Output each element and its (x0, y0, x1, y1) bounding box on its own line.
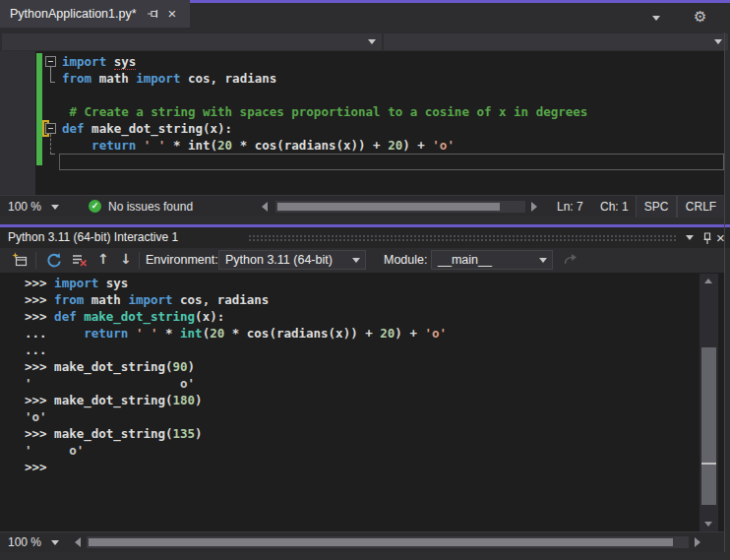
module-label: Module: (384, 253, 427, 267)
accent-line-top-right (576, 0, 730, 3)
environment-value: Python 3.11 (64-bit) (225, 253, 333, 267)
repl-line[interactable]: >>> make_dot_string(90) (0, 358, 699, 375)
code-line[interactable]: def make_dot_string(x): (0, 120, 724, 137)
chevron-down-icon[interactable] (51, 205, 59, 210)
send-to-interactive-icon-disabled[interactable] (563, 252, 580, 270)
spaces-indicator[interactable]: SPC (636, 196, 677, 218)
repl-line[interactable]: >>> make_dot_string(180) (0, 392, 699, 408)
scrollbar-thumb[interactable] (89, 538, 673, 546)
scroll-left-arrow[interactable] (75, 537, 81, 547)
interactive-status-bar: 100 % (0, 531, 724, 552)
repl-lines: >>> import sys >>> from math import cos,… (0, 275, 699, 475)
repl-output-line[interactable]: ' o' (0, 375, 699, 392)
chevron-down-icon (539, 258, 547, 263)
new-interactive-window-icon[interactable] (12, 252, 30, 270)
code-line[interactable]: # Create a string with spaces proportion… (0, 103, 724, 120)
interactive-repl[interactable]: >>> import sys >>> from math import cos,… (0, 273, 724, 531)
chevron-down-icon[interactable] (51, 540, 59, 545)
code-line[interactable]: return ' ' * int(20 * cos(radians(x)) + … (0, 137, 724, 154)
toolbar-separator (35, 252, 36, 269)
code-editor[interactable]: import sys from math import cos, radians… (0, 51, 724, 195)
module-value: __main__ (438, 253, 492, 267)
repl-prompt-line[interactable]: >>> (0, 459, 699, 475)
chevron-down-icon (352, 258, 360, 263)
horizontal-scrollbar[interactable] (275, 201, 525, 213)
repl-line[interactable]: >>> def make_dot_string(x): (0, 308, 699, 325)
zoom-level-dropdown[interactable]: 100 % (8, 200, 41, 214)
clear-screen-icon[interactable] (71, 252, 89, 270)
column-indicator[interactable]: Ch: 1 (600, 200, 629, 214)
code-line[interactable]: from math import cos, radians (0, 70, 724, 87)
scroll-up-arrow[interactable] (704, 279, 712, 283)
scroll-right-arrow[interactable] (531, 202, 537, 212)
scroll-down-arrow[interactable] (704, 522, 712, 527)
chevron-down-icon (714, 39, 722, 44)
interactive-window-title-bar[interactable]: Python 3.11 (64-bit) Interactive 1 × (0, 227, 730, 248)
scroll-right-arrow[interactable] (695, 537, 700, 547)
document-list-chevron-icon[interactable] (652, 16, 660, 21)
code-line[interactable] (0, 87, 724, 103)
repl-output-line[interactable]: ' o' (0, 442, 699, 459)
window-menu-chevron-icon[interactable] (686, 235, 694, 240)
history-next-icon[interactable]: ↓ (120, 251, 138, 269)
check-circle-icon: ✓ (89, 200, 101, 213)
tab-title: PythonApplication1.py* (10, 7, 137, 21)
gear-icon[interactable]: ⚙ (694, 8, 706, 26)
caret-position-marker (701, 463, 716, 465)
chevron-down-icon (368, 39, 376, 44)
repl-line[interactable]: ... return ' ' * int(20 * cos(radians(x)… (0, 325, 699, 342)
module-dropdown[interactable]: __main__ (431, 250, 553, 270)
scrollbar-thumb[interactable] (277, 203, 500, 211)
window-edge-line (724, 32, 725, 552)
issues-status-text[interactable]: No issues found (108, 200, 193, 214)
pin-icon[interactable] (700, 230, 714, 245)
scroll-left-arrow[interactable] (262, 202, 268, 212)
history-previous-icon[interactable]: ↑ (97, 251, 115, 269)
types-dropdown[interactable] (2, 33, 382, 50)
repl-output-line[interactable]: 'o' (0, 408, 699, 425)
scrollbar-thumb[interactable] (701, 347, 716, 505)
toolbar-separator (139, 252, 140, 269)
code-line[interactable]: import sys (0, 53, 724, 70)
interactive-toolbar: ↑ ↓ Environment: Python 3.11 (64-bit) Mo… (0, 248, 724, 273)
vs-window: PythonApplication1.py* × ⚙ import sys fr… (0, 0, 730, 560)
zoom-level-dropdown[interactable]: 100 % (8, 535, 41, 549)
drag-grip-dots[interactable] (248, 234, 677, 243)
repl-line[interactable]: >>> from math import cos, radians (0, 291, 699, 308)
pin-icon[interactable] (147, 7, 160, 21)
environment-label: Environment: (146, 253, 218, 267)
members-dropdown[interactable] (384, 33, 728, 50)
vertical-scrollbar[interactable] (700, 274, 718, 531)
horizontal-scrollbar[interactable] (87, 536, 689, 548)
line-number-indicator[interactable]: Ln: 7 (557, 200, 583, 214)
tab-pythonapplication1[interactable]: PythonApplication1.py* × (0, 0, 190, 28)
interactive-window-title: Python 3.11 (64-bit) Interactive 1 (8, 230, 178, 244)
code-lines: import sys from math import cos, radians… (0, 53, 724, 170)
editor-status-bar: 100 % ✓ No issues found Ln: 7 Ch: 1 SPC … (0, 195, 724, 217)
close-icon[interactable]: × (168, 7, 177, 21)
repl-line[interactable]: >>> import sys (0, 275, 699, 291)
reset-kernel-icon[interactable] (45, 252, 63, 270)
code-line[interactable] (0, 154, 724, 170)
line-ending-indicator[interactable]: CRLF (677, 196, 725, 218)
repl-line[interactable]: >>> make_dot_string(135) (0, 425, 699, 442)
navigation-bar (0, 32, 730, 51)
repl-line[interactable]: ... (0, 342, 699, 358)
environment-dropdown[interactable]: Python 3.11 (64-bit) (218, 250, 366, 270)
